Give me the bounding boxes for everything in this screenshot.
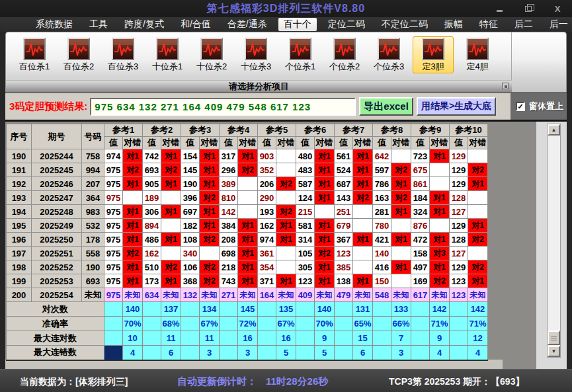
ref-flag-cell[interactable]: 对2 (430, 274, 450, 288)
ref-value-cell[interactable]: 108 (181, 233, 200, 247)
menu-item-11[interactable]: 后一 (544, 18, 572, 31)
summary-spacer-cell[interactable] (143, 302, 161, 317)
ref-value-cell[interactable]: 140 (373, 247, 391, 260)
summary-value-cell[interactable]: 4 (468, 346, 488, 360)
ref-value-cell[interactable]: 894 (143, 219, 161, 233)
ref-flag-cell[interactable]: 对2 (200, 274, 220, 288)
ref-flag-cell[interactable]: 对1 (161, 177, 181, 191)
summary-value-cell[interactable]: 133 (391, 302, 411, 317)
ref-value-cell[interactable]: 129 (450, 260, 468, 274)
ref-value-cell[interactable]: 296 (220, 163, 238, 177)
ref-flag-cell[interactable]: 对1 (430, 233, 450, 247)
ref-flag-cell[interactable]: 未知 (161, 288, 181, 302)
summary-spacer-cell[interactable] (335, 317, 353, 331)
selected-cell[interactable] (104, 346, 123, 360)
ref-value-cell[interactable]: 290 (258, 191, 276, 205)
ref-value-cell[interactable]: 162 (258, 219, 276, 233)
ref-value-cell[interactable]: 780 (373, 219, 391, 233)
menu-item-10[interactable]: 后二 (509, 18, 538, 31)
ref-value-cell[interactable]: 314 (296, 233, 315, 247)
issue-cell[interactable]: 2025245 (32, 163, 82, 177)
summary-value-cell[interactable]: 71% (468, 317, 488, 331)
ref-flag-cell[interactable]: 未知 (430, 288, 450, 302)
ref-flag-cell[interactable]: 对2 (353, 191, 373, 205)
vertical-scrollbar[interactable]: ▲ ▼ (547, 124, 561, 358)
ref-flag-cell[interactable]: 对1 (468, 177, 488, 191)
ref-value-cell[interactable]: 786 (373, 177, 391, 191)
seq-cell[interactable]: 193 (7, 191, 32, 205)
number-cell[interactable]: 190 (82, 260, 104, 274)
ref-flag-cell[interactable]: 对2 (468, 163, 488, 177)
summary-spacer-cell[interactable] (450, 317, 468, 331)
number-cell[interactable]: 532 (82, 219, 104, 233)
ref-value-cell[interactable]: 162 (143, 247, 161, 260)
summary-value-cell[interactable]: 66% (391, 317, 411, 331)
ref-flag-cell[interactable]: 未知 (353, 288, 373, 302)
summary-spacer-cell[interactable] (335, 331, 353, 346)
ref-flag-cell[interactable] (391, 274, 411, 288)
ref-flag-cell[interactable]: 未知 (238, 288, 258, 302)
seq-cell[interactable]: 190 (7, 149, 32, 163)
summary-spacer-cell[interactable] (411, 331, 430, 346)
ref-value-cell[interactable]: 127 (450, 205, 468, 219)
summary-spacer-cell[interactable] (296, 317, 315, 331)
ref-flag-cell[interactable]: 对1 (315, 260, 335, 274)
summary-spacer-cell[interactable] (411, 317, 430, 331)
ref-flag-cell[interactable]: 未知 (315, 288, 335, 302)
ref-flag-cell[interactable] (276, 247, 296, 260)
ref-value-cell[interactable]: 352 (258, 163, 276, 177)
ref-flag-cell[interactable] (468, 247, 488, 260)
ref-flag-cell[interactable]: 对1 (200, 149, 220, 163)
ref-flag-cell[interactable]: 对1 (123, 149, 143, 163)
ref-flag-cell[interactable]: 未知 (391, 288, 411, 302)
summary-spacer-cell[interactable] (258, 317, 276, 331)
summary-value-cell[interactable]: 5 (276, 346, 296, 360)
summary-value-cell[interactable]: 131 (353, 302, 373, 317)
ref-value-cell[interactable]: 975 (104, 288, 123, 302)
summary-spacer-cell[interactable] (143, 331, 161, 346)
number-cell[interactable]: 207 (82, 177, 104, 191)
seq-cell[interactable]: 200 (7, 288, 32, 302)
ref-value-cell[interactable]: 324 (411, 205, 430, 219)
summary-value-cell[interactable]: 15 (353, 331, 373, 346)
ref-value-cell[interactable]: 367 (335, 233, 353, 247)
toolbar-item-0[interactable]: 百位杀1 (14, 36, 55, 73)
ref-value-cell[interactable]: 184 (411, 191, 430, 205)
seq-cell[interactable]: 195 (7, 219, 32, 233)
ref-value-cell[interactable]: 123 (335, 247, 353, 260)
summary-spacer-cell[interactable] (335, 302, 353, 317)
issue-cell[interactable]: 2025253 (32, 274, 82, 288)
number-cell[interactable]: 364 (82, 191, 104, 205)
ref-value-cell[interactable]: 164 (258, 288, 276, 302)
ref-flag-cell[interactable]: 对1 (353, 177, 373, 191)
topmost-checkbox[interactable]: ✓ (516, 102, 525, 111)
summary-value-cell[interactable]: 3 (238, 346, 258, 360)
ref-value-cell[interactable]: 158 (411, 247, 430, 260)
ref-value-cell[interactable]: 208 (220, 233, 238, 247)
ref-value-cell[interactable]: 974 (258, 233, 276, 247)
toolbar-item-6[interactable]: 个位杀1 (280, 36, 321, 73)
ref-value-cell[interactable]: 123 (450, 288, 468, 302)
ref-value-cell[interactable]: 810 (220, 191, 238, 205)
summary-value-cell[interactable]: 3 (200, 346, 220, 360)
ref-value-cell[interactable]: 123 (296, 274, 315, 288)
ref-value-cell[interactable]: 497 (411, 260, 430, 274)
summary-value-cell[interactable]: 12 (468, 331, 488, 346)
menu-item-7[interactable]: 不定位二码 (376, 18, 433, 31)
ref-value-cell[interactable]: 105 (296, 247, 315, 260)
toolbar-item-7[interactable]: 个位杀2 (324, 36, 365, 73)
ref-flag-cell[interactable]: 对1 (123, 177, 143, 191)
ref-flag-cell[interactable]: 对1 (353, 163, 373, 177)
menu-item-3[interactable]: 和/合值 (175, 18, 216, 31)
ref-flag-cell[interactable] (276, 260, 296, 274)
ref-flag-cell[interactable]: 对1 (238, 149, 258, 163)
summary-value-cell[interactable]: 4 (430, 346, 450, 360)
summary-spacer-cell[interactable] (296, 331, 315, 346)
ref-flag-cell[interactable]: 对1 (200, 163, 220, 177)
issue-cell[interactable]: 2025247 (32, 191, 82, 205)
ref-flag-cell[interactable] (315, 205, 335, 219)
ref-flag-cell[interactable] (161, 219, 181, 233)
summary-spacer-cell[interactable] (373, 331, 391, 346)
ref-value-cell[interactable]: 173 (143, 274, 161, 288)
ref-value-cell[interactable]: 129 (450, 149, 468, 163)
